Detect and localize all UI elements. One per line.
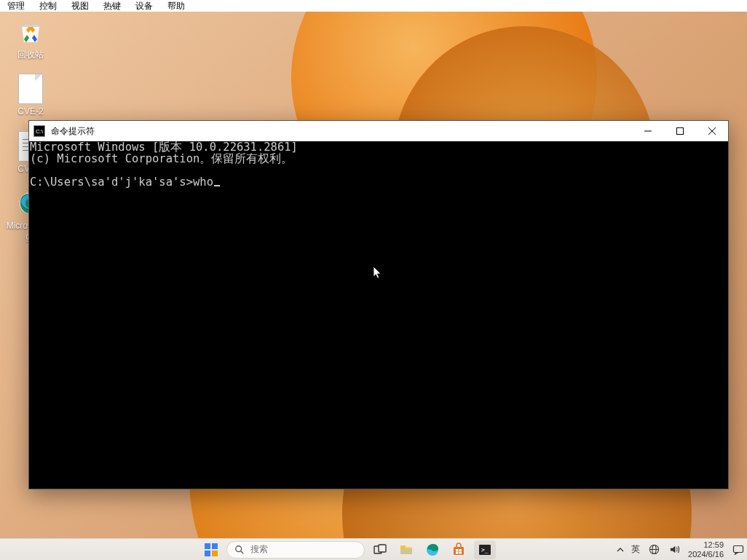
svg-rect-21: [456, 551, 459, 553]
svg-rect-7: [212, 543, 218, 549]
taskbar-search[interactable]: 搜索: [226, 541, 365, 559]
svg-rect-19: [456, 549, 459, 551]
svg-rect-16: [400, 548, 412, 554]
cmd-window-title: 命令提示符: [51, 125, 632, 138]
cmd-titlebar[interactable]: C:\ 命令提示符: [29, 121, 728, 141]
cmd-prompt-line: C:\Users\sa'd'j'ka'sa's>who: [30, 176, 213, 189]
taskbar-edge[interactable]: [422, 540, 443, 559]
svg-rect-0: [22, 25, 39, 27]
recycle-bin-icon: [16, 17, 45, 47]
svg-text:>_: >_: [481, 547, 489, 553]
desktop-icon-file[interactable]: CVE-2: [4, 74, 57, 117]
svg-rect-20: [459, 549, 462, 551]
ime-indicator[interactable]: 英: [631, 543, 640, 556]
search-placeholder: 搜索: [250, 543, 268, 556]
network-icon[interactable]: [647, 543, 660, 556]
svg-rect-6: [205, 543, 210, 549]
taskbar-systray: 英 12:59 2024/6/16: [617, 539, 744, 560]
vnc-menu-item[interactable]: 管理: [0, 0, 32, 12]
search-icon: [234, 545, 245, 555]
desktop-icon-label: 回收站: [17, 50, 44, 60]
svg-rect-28: [734, 545, 743, 552]
vnc-menu-item[interactable]: 控制: [32, 0, 64, 12]
taskbar[interactable]: 搜索 >_ 英 12:59 2024/6/16: [0, 538, 747, 560]
taskbar-clock[interactable]: 12:59 2024/6/16: [688, 540, 724, 558]
vnc-top-menu: 管理 控制 视图 热键 设备 帮助: [0, 0, 747, 12]
vnc-menu-item[interactable]: 设备: [128, 0, 160, 12]
cmd-console[interactable]: Microsoft Windows [版本 10.0.22631.2861] (…: [29, 141, 728, 489]
svg-rect-15: [400, 545, 406, 548]
svg-point-10: [236, 545, 242, 551]
volume-icon[interactable]: [668, 543, 681, 556]
svg-rect-3: [677, 128, 684, 135]
task-view-button[interactable]: [369, 540, 391, 559]
desktop[interactable]: 回收站 CVE-2 CVE-2 Microsoft Edge C:\ 命令提示符: [0, 12, 747, 538]
mouse-cursor-icon: [318, 254, 383, 294]
maximize-button[interactable]: [664, 121, 696, 141]
cmd-output-line: (c) Microsoft Corporation。保留所有权利。: [30, 152, 293, 165]
svg-rect-9: [212, 551, 218, 556]
vnc-menu-item[interactable]: 热键: [96, 0, 128, 12]
minimize-button[interactable]: [632, 121, 664, 141]
svg-line-11: [241, 551, 244, 553]
clock-date: 2024/6/16: [688, 550, 724, 559]
taskbar-cmd[interactable]: >_: [474, 540, 496, 559]
start-button[interactable]: [200, 540, 222, 559]
svg-rect-22: [459, 551, 462, 553]
vnc-menu-item[interactable]: 视图: [64, 0, 96, 12]
taskbar-center: 搜索 >_: [200, 539, 496, 560]
svg-rect-13: [379, 545, 386, 552]
tray-overflow-button[interactable]: [617, 543, 624, 556]
vnc-menu-item[interactable]: 帮助: [160, 0, 192, 12]
clock-time: 12:59: [688, 540, 724, 549]
cmd-cursor: [214, 185, 220, 186]
svg-rect-18: [454, 547, 464, 555]
cmd-icon: C:\: [33, 125, 45, 137]
cmd-window[interactable]: C:\ 命令提示符 Microsoft Windows [版本 10.0.226…: [28, 120, 729, 489]
file-icon: [18, 74, 43, 104]
desktop-icon-label: CVE-2: [17, 106, 43, 117]
taskbar-store[interactable]: [448, 540, 470, 559]
desktop-icon-recycle-bin[interactable]: 回收站: [4, 17, 57, 60]
svg-rect-8: [205, 551, 210, 556]
notifications-button[interactable]: [732, 544, 744, 556]
close-button[interactable]: [696, 121, 728, 141]
taskbar-explorer[interactable]: [395, 540, 417, 559]
